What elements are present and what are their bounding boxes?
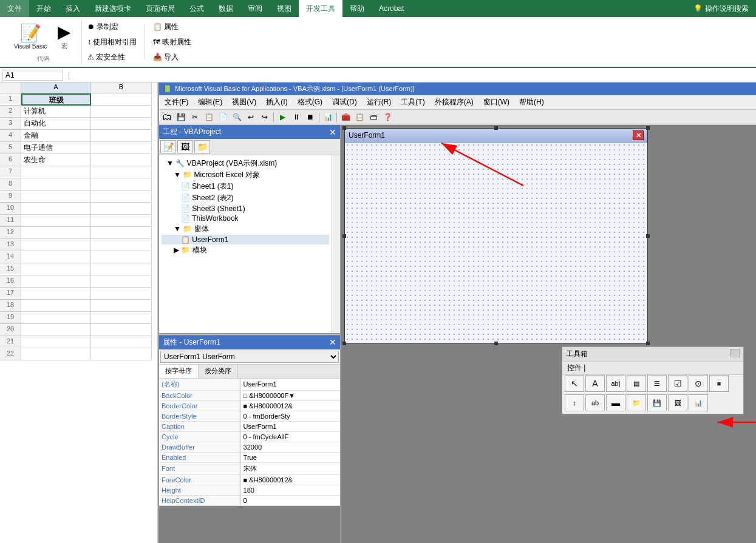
vba-menu-edit[interactable]: 编辑(E) — [193, 96, 227, 109]
prop-backcolor-value[interactable]: □ &H8000000F▼ — [240, 390, 340, 400]
handle-br[interactable] — [646, 342, 650, 345]
vba-menu-view[interactable]: 视图(V) — [227, 96, 261, 109]
prop-helpcontextid-value[interactable]: 0 — [240, 495, 340, 505]
menu-search[interactable]: 💡 操作说明搜索 — [686, 0, 756, 17]
vba-btn-help[interactable]: ❓ — [381, 111, 394, 123]
tab-categorized[interactable]: 按分类序 — [199, 365, 238, 378]
vba-btn-undo[interactable]: ↩ — [244, 111, 257, 123]
menu-view[interactable]: 视图 — [270, 0, 299, 17]
formula-input[interactable] — [72, 71, 754, 79]
cell-b2[interactable] — [91, 106, 152, 118]
prop-bordercolor-value[interactable]: ■ &H80000012& — [240, 400, 340, 411]
vba-btn-break[interactable]: ⏸ — [290, 111, 303, 123]
vba-menu-insert[interactable]: 插入(I) — [261, 96, 292, 109]
tool-scrollbar[interactable]: 💾 — [647, 394, 667, 411]
tree-vbaproject[interactable]: ▼ 🔧 VBAProject (VBA示例.xlsm) — [162, 158, 329, 169]
prop-caption-value[interactable]: UserForm1 — [240, 421, 340, 431]
menu-review[interactable]: 审阅 — [240, 0, 270, 17]
tool-label[interactable]: A — [585, 375, 605, 392]
cell-a2[interactable]: 计算机 — [21, 106, 91, 118]
prop-cycle-value[interactable]: 0 - fmCycleAllF — [240, 431, 340, 442]
vba-btn-redo[interactable]: ↪ — [258, 111, 271, 123]
vba-btn-toolbox[interactable]: 🧰 — [339, 111, 352, 123]
vba-menu-debug[interactable]: 调试(D) — [327, 96, 362, 109]
record-macro-button[interactable]: ⏺ 录制宏 — [84, 20, 140, 34]
prop-forecolor-value[interactable]: ■ &H80000012& — [240, 474, 340, 485]
cell-b5[interactable] — [91, 142, 152, 154]
vba-menu-addins[interactable]: 外接程序(A) — [430, 96, 478, 109]
handle-tm[interactable] — [494, 126, 498, 130]
macro-button[interactable]: ▶ 宏 — [52, 21, 77, 53]
handle-tr[interactable] — [646, 126, 650, 130]
cell-a3[interactable]: 自动化 — [21, 118, 91, 130]
prop-drawbuffer-value[interactable]: 32000 — [240, 442, 340, 452]
cell-b4[interactable] — [91, 130, 152, 142]
menu-acrobat[interactable]: Acrobat — [372, 0, 411, 17]
tool-checkbox[interactable]: ☑ — [668, 375, 687, 392]
tab-alphabetical[interactable]: 按字母序 — [159, 365, 199, 378]
vba-menu-file[interactable]: 文件(F) — [160, 96, 193, 109]
vba-btn-copy[interactable]: 📋 — [202, 111, 216, 123]
tool-listbox[interactable]: ☰ — [647, 375, 667, 392]
userform-canvas[interactable] — [345, 143, 647, 343]
cell-b1[interactable] — [91, 93, 152, 106]
userform-close-button[interactable]: ✕ — [633, 130, 644, 140]
menu-developer[interactable]: 开发工具 — [299, 0, 342, 17]
cell-a1[interactable]: 班级 — [21, 93, 91, 106]
menu-help[interactable]: 帮助 — [342, 0, 372, 17]
menu-formula[interactable]: 公式 — [182, 0, 211, 17]
col-header-b[interactable]: B — [91, 83, 152, 93]
vba-btn-reset[interactable]: ⏹ — [304, 111, 317, 123]
cell-b6[interactable] — [91, 154, 152, 166]
tool-spinbutton[interactable]: ↕ — [565, 394, 584, 411]
tool-select[interactable]: ↖ — [565, 375, 584, 392]
relative-ref-button[interactable]: ↕ 使用相对引用 — [84, 35, 140, 49]
vba-btn-cut[interactable]: ✂ — [188, 111, 202, 123]
vba-btn-save[interactable]: 💾 — [174, 111, 188, 123]
properties-panel-close[interactable]: ✕ — [329, 337, 336, 348]
cell-a5[interactable]: 电子通信 — [21, 142, 91, 154]
tool-optionbutton[interactable]: ⊙ — [689, 375, 708, 392]
prop-height-value[interactable]: 180 — [240, 485, 340, 495]
cell-b3[interactable] — [91, 118, 152, 130]
tree-sheet1[interactable]: 📄 Sheet1 (表1) — [162, 181, 329, 192]
tool-commandbutton[interactable]: ab — [585, 394, 605, 411]
tree-excel-objects[interactable]: ▼ 📁 Microsoft Excel 对象 — [162, 169, 329, 181]
handle-tl[interactable] — [342, 126, 346, 130]
vba-btn-run[interactable]: ▶ — [276, 111, 289, 123]
handle-mr[interactable] — [646, 234, 650, 238]
import-button[interactable]: 📥 导入 — [150, 50, 194, 64]
cell-a6[interactable]: 农生命 — [21, 154, 91, 166]
tool-togglebutton[interactable]: ■ — [709, 375, 729, 392]
tool-refbutton[interactable]: 📊 — [689, 394, 708, 411]
vba-btn-find[interactable]: 🔍 — [230, 111, 243, 123]
project-panel-close[interactable]: ✕ — [329, 127, 336, 137]
col-header-a[interactable]: A — [21, 83, 91, 93]
prop-enabled-value[interactable]: True — [240, 452, 340, 462]
vba-btn-props[interactable]: 📋 — [353, 111, 366, 123]
handle-bl[interactable] — [342, 342, 346, 345]
toolbox-collapse-button[interactable] — [730, 349, 740, 357]
tool-tabstrip[interactable]: ▬ — [606, 394, 625, 411]
vba-menu-tools[interactable]: 工具(T) — [396, 96, 429, 109]
project-btn-view-code[interactable]: 📝 — [160, 140, 176, 153]
prop-name-value[interactable]: UserForm1 — [240, 379, 340, 391]
tool-combobox[interactable]: ▤ — [627, 375, 646, 392]
tree-forms[interactable]: ▼ 📁 窗体 — [162, 223, 329, 235]
menu-newtab[interactable]: 新建选项卡 — [87, 0, 138, 17]
tool-image[interactable]: 🖼 — [668, 394, 687, 411]
tool-textbox[interactable]: ab| — [606, 375, 625, 392]
tool-multipage[interactable]: 📁 — [627, 394, 646, 411]
vba-btn-view-excel[interactable]: 🗂 — [160, 111, 174, 123]
menu-insert[interactable]: 插入 — [58, 0, 87, 17]
vba-menu-window[interactable]: 窗口(W) — [478, 96, 514, 109]
handle-bm[interactable] — [494, 342, 498, 345]
menu-data[interactable]: 数据 — [211, 0, 240, 17]
tree-sheet3[interactable]: 📄 Sheet3 (Sheet1) — [162, 204, 329, 214]
vba-btn-paste[interactable]: 📄 — [216, 111, 230, 123]
name-box[interactable] — [2, 70, 63, 81]
tree-userform1[interactable]: 📋 UserForm1 — [162, 235, 329, 245]
tree-sheet2[interactable]: 📄 Sheet2 (表2) — [162, 192, 329, 204]
map-properties-button[interactable]: 🗺 映射属性 — [150, 35, 194, 49]
properties-table-scroll[interactable]: (名称) UserForm1 BackColor □ &H8000000F▼ B… — [159, 379, 340, 544]
